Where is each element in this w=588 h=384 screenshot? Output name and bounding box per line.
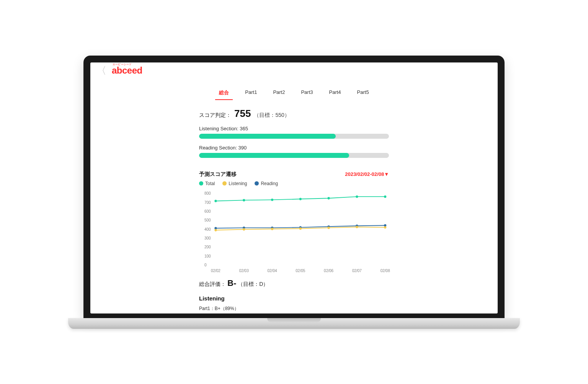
rating-target: （目標：D）	[238, 281, 268, 288]
listening-heading: Listening	[199, 295, 389, 302]
legend-dot-icon	[222, 181, 227, 185]
tab-part2[interactable]: Part2	[271, 87, 286, 100]
legend-item-reading: Reading	[255, 181, 278, 186]
tab-part4[interactable]: Part4	[328, 87, 343, 100]
score-target: （目標：550）	[254, 112, 289, 119]
x-tick-label: 02/04	[268, 269, 277, 273]
x-tick-label: 02/07	[352, 269, 362, 273]
overall-rating: 総合評価： B- （目標：D）	[199, 278, 389, 288]
legend-label: Reading	[261, 181, 278, 186]
part1-score: Part1：B+（89%）	[199, 305, 389, 312]
score-summary: スコア判定： 755 （目標：550）	[199, 108, 389, 120]
x-tick-label: 02/02	[211, 269, 220, 273]
main-pane: スコア判定： 755 （目標：550） Listening Section: 3…	[194, 100, 394, 313]
back-icon[interactable]: 〈	[95, 65, 108, 76]
legend-label: Total	[205, 181, 215, 186]
data-point	[243, 199, 245, 201]
progress-fill	[199, 153, 349, 158]
y-tick-label: 600	[204, 209, 211, 213]
laptop-frame: 〈 エービーシード abceed 総合Part1Part2Part3Part4P…	[83, 56, 505, 329]
chart-header: 予測スコア遷移 2023/02/02-02/08▼	[199, 171, 389, 178]
chart-title: 予測スコア遷移	[199, 171, 237, 178]
app-screen: 〈 エービーシード abceed 総合Part1Part2Part3Part4P…	[90, 62, 498, 313]
y-tick-label: 700	[204, 200, 211, 204]
data-point	[327, 197, 330, 199]
tabs: 総合Part1Part2Part3Part4Part5	[90, 87, 498, 100]
line-chart	[205, 191, 389, 258]
section-label: Listening Section: 365	[199, 126, 389, 131]
legend-dot-icon	[255, 181, 259, 185]
legend-item-total: Total	[199, 181, 215, 186]
data-point	[327, 226, 330, 229]
chart-legend: TotalListeningReading	[199, 181, 389, 186]
progress-fill	[199, 134, 336, 139]
y-tick-label: 500	[204, 218, 211, 222]
tab-part1[interactable]: Part1	[243, 87, 258, 100]
data-point	[271, 199, 273, 201]
legend-item-listening: Listening	[222, 181, 247, 186]
date-range-picker[interactable]: 2023/02/02-02/08▼	[345, 171, 389, 177]
brand-text: abceed	[112, 65, 142, 75]
data-point	[299, 227, 302, 230]
section-label: Reading Section: 390	[199, 145, 389, 151]
app-header: 〈 エービーシード abceed	[90, 62, 498, 77]
x-tick-label: 02/05	[296, 269, 305, 273]
data-point	[214, 229, 217, 231]
data-point	[384, 226, 386, 228]
rating-label: 総合評価：	[199, 281, 226, 288]
legend-label: Listening	[229, 181, 247, 186]
score-value: 755	[234, 108, 251, 120]
score-label: スコア判定：	[199, 112, 231, 119]
y-tick-label: 100	[204, 254, 211, 258]
laptop-bezel: 〈 エービーシード abceed 総合Part1Part2Part3Part4P…	[83, 56, 505, 318]
rating-value: B-	[227, 278, 236, 288]
y-tick-label: 200	[204, 245, 211, 249]
brand-logo[interactable]: エービーシード abceed	[112, 65, 142, 76]
laptop-notch	[267, 318, 321, 322]
tab-part5[interactable]: Part5	[356, 87, 371, 100]
y-tick-label: 800	[204, 191, 211, 195]
data-point	[384, 195, 386, 198]
data-point	[356, 195, 358, 198]
tab-part3[interactable]: Part3	[299, 87, 314, 100]
progress-bar	[199, 134, 389, 139]
data-point	[356, 226, 358, 228]
data-point	[299, 198, 302, 200]
data-point	[271, 228, 273, 230]
progress-bar	[199, 153, 389, 158]
brand-ruby: エービーシード	[113, 62, 132, 66]
data-point	[243, 228, 245, 230]
tab-総合[interactable]: 総合	[217, 87, 230, 100]
x-tick-label: 02/03	[239, 269, 249, 273]
y-tick-label: 300	[204, 236, 211, 240]
x-tick-label: 02/06	[324, 269, 333, 273]
y-tick-label: 0	[204, 263, 207, 267]
laptop-base	[68, 318, 520, 329]
y-tick-label: 400	[204, 227, 211, 231]
data-point	[214, 200, 217, 202]
legend-dot-icon	[199, 181, 203, 185]
chart-area: 010020030040050060070080002/0202/0302/04…	[205, 191, 389, 267]
x-tick-label: 02/08	[381, 269, 390, 273]
